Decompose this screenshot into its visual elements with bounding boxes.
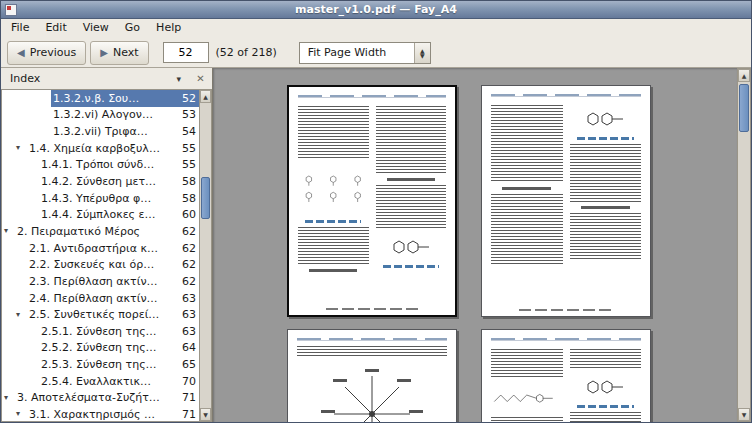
next-arrow-icon: ▶ bbox=[100, 48, 108, 58]
molecule-figure bbox=[570, 104, 642, 134]
page-thumbnail-55[interactable] bbox=[481, 329, 651, 422]
index-item[interactable]: ▾2.5. Συνθετικές πορεί…63 bbox=[2, 306, 199, 323]
index-item-page: 65 bbox=[182, 358, 196, 371]
zoom-spin-buttons[interactable]: ▲ ▼ bbox=[414, 43, 430, 63]
index-item[interactable]: 1.3.2.ν.β. Σου…52 bbox=[2, 90, 199, 107]
index-item[interactable]: 1.3.2.vi) Αλογον…53 bbox=[2, 107, 199, 124]
index-item-page: 62 bbox=[182, 275, 196, 288]
index-item[interactable]: ▾2. Πειραματικό Μέρος62 bbox=[2, 223, 199, 240]
index-item-label: 1.4.3. Υπέρυθρα φ… bbox=[41, 192, 176, 205]
index-item[interactable]: ▾3.1. Χαρακτηρισμός …71 bbox=[2, 406, 199, 422]
index-item-page: 58 bbox=[182, 175, 196, 188]
sidebar-scroll-up-button[interactable]: ▲ bbox=[200, 90, 211, 103]
text-block bbox=[570, 412, 642, 422]
index-item[interactable]: 2.5.3. Σύνθεση της…65 bbox=[2, 356, 199, 373]
menu-help[interactable]: Help bbox=[148, 19, 189, 38]
sidebar-scroll-down-button[interactable]: ▼ bbox=[200, 408, 211, 421]
window-menu-icon[interactable] bbox=[5, 4, 17, 16]
index-item[interactable]: 2.4. Περίθλαση ακτίν…63 bbox=[2, 290, 199, 307]
main-scroll-up-button[interactable]: ▲ bbox=[738, 69, 750, 82]
text-block bbox=[491, 417, 563, 422]
index-item[interactable]: 1.4.2. Σύνθεση μετ…58 bbox=[2, 173, 199, 190]
index-item-page: 60 bbox=[182, 208, 196, 221]
page-footer-text bbox=[519, 309, 613, 311]
zoom-select[interactable]: Fit Page Width ▲ ▼ bbox=[299, 42, 431, 64]
index-item[interactable]: ▾1.4. Χημεία καρβοξυλ…55 bbox=[2, 140, 199, 157]
index-item[interactable]: 2.3. Περίθλαση ακτίν…62 bbox=[2, 273, 199, 290]
expander-icon[interactable]: ▾ bbox=[16, 311, 27, 319]
app-window: master_v1.0.pdf — Fay_A4 File Edit View … bbox=[0, 0, 752, 423]
index-item-page: 53 bbox=[182, 108, 196, 121]
figure-caption bbox=[577, 405, 634, 408]
zoom-value: Fit Page Width bbox=[300, 43, 414, 63]
index-item-label: 2.2. Συσκευές και όρ… bbox=[29, 258, 176, 271]
index-item[interactable]: 1.4.1. Τρόποι σύνδ…55 bbox=[2, 157, 199, 174]
index-item[interactable]: 2.1. Αντιδραστήρια κ…62 bbox=[2, 240, 199, 257]
document-canvas[interactable] bbox=[213, 68, 737, 422]
index-tree: 1.3.2.ν.β. Σου…521.3.2.vi) Αλογον…531.3.… bbox=[1, 89, 199, 422]
molecule-figure bbox=[376, 232, 447, 262]
sidebar-scroll-trough[interactable] bbox=[200, 103, 211, 408]
menubar: File Edit View Go Help bbox=[1, 19, 751, 38]
index-item-label: 2.5.3. Σύνθεση της… bbox=[41, 358, 176, 371]
index-item[interactable]: 1.3.2.vii) Τριφα…54 bbox=[2, 123, 199, 140]
next-button[interactable]: ▶ Next bbox=[90, 41, 148, 65]
index-item[interactable]: 2.2. Συσκευές και όρ…62 bbox=[2, 256, 199, 273]
main-scroll-down-button[interactable]: ▼ bbox=[738, 408, 750, 421]
text-block bbox=[297, 346, 447, 356]
page-column bbox=[570, 102, 642, 267]
page-thumbnail-53[interactable] bbox=[481, 85, 651, 317]
text-block bbox=[376, 185, 447, 229]
equation-line bbox=[581, 206, 630, 209]
previous-arrow-icon: ◀ bbox=[17, 48, 25, 58]
index-item[interactable]: ▾3. Αποτελέσματα-Συζήτ…71 bbox=[2, 390, 199, 407]
index-item-page: 63 bbox=[182, 308, 196, 321]
radial-molecule-figure bbox=[297, 359, 447, 422]
expander-icon[interactable]: ▾ bbox=[16, 410, 27, 418]
menu-view[interactable]: View bbox=[75, 19, 117, 38]
main-scroll-trough[interactable] bbox=[738, 82, 750, 408]
index-item[interactable]: 2.5.2. Σύνθεση της…64 bbox=[2, 340, 199, 357]
page-thumbnail-52[interactable] bbox=[287, 85, 457, 317]
previous-button[interactable]: ◀ Previous bbox=[7, 41, 86, 65]
titlebar[interactable]: master_v1.0.pdf — Fay_A4 bbox=[1, 1, 751, 19]
sidebar-close-button[interactable]: ✕ bbox=[192, 70, 209, 87]
page-header-text bbox=[491, 94, 641, 97]
page-number-input[interactable] bbox=[163, 42, 209, 63]
text-block bbox=[570, 349, 642, 369]
text-block bbox=[376, 106, 447, 174]
index-item-label: 2.5.1. Σύνθεση της… bbox=[41, 325, 176, 338]
menu-go[interactable]: Go bbox=[117, 19, 148, 38]
text-block bbox=[298, 106, 369, 158]
previous-label: Previous bbox=[30, 46, 77, 59]
menu-file[interactable]: File bbox=[3, 19, 37, 38]
index-item-page: 70 bbox=[182, 375, 196, 388]
main-scrollbar[interactable]: ▲ ▼ bbox=[737, 68, 751, 422]
index-item[interactable]: 1.4.4. Σύμπλοκες ε…60 bbox=[2, 206, 199, 223]
expander-icon[interactable]: ▾ bbox=[16, 144, 27, 152]
index-item-label: 2.4. Περίθλαση ακτίν… bbox=[29, 292, 176, 305]
index-item-page: 64 bbox=[182, 341, 196, 354]
page-thumbnail-54[interactable] bbox=[287, 329, 457, 422]
index-item[interactable]: 1.4.3. Υπέρυθρα φ…58 bbox=[2, 190, 199, 207]
index-item-page: 71 bbox=[182, 408, 196, 421]
index-item-label: 1.4.4. Σύμπλοκες ε… bbox=[41, 208, 176, 221]
sidebar-header: Index ▾ ✕ bbox=[1, 68, 212, 89]
index-item-label: 1.4. Χημεία καρβοξυλ… bbox=[29, 142, 176, 155]
sidebar-scrollbar[interactable]: ▲ ▼ bbox=[199, 89, 212, 422]
expander-icon[interactable]: ▾ bbox=[4, 394, 15, 402]
page-columns bbox=[491, 346, 641, 422]
sidebar-title: Index bbox=[10, 72, 176, 85]
expander-icon[interactable]: ▾ bbox=[4, 227, 15, 235]
index-item-page: 52 bbox=[182, 92, 196, 105]
page-columns bbox=[491, 102, 641, 267]
index-item-label: 3.1. Χαρακτηρισμός … bbox=[29, 408, 176, 421]
molecule-figure bbox=[570, 372, 642, 402]
sidebar-view-dropdown[interactable]: Index ▾ bbox=[1, 69, 192, 88]
sidebar-scroll-thumb[interactable] bbox=[201, 177, 210, 219]
index-item-page: 62 bbox=[182, 258, 196, 271]
index-item[interactable]: 2.5.4. Εναλλακτικ…70 bbox=[2, 373, 199, 390]
main-scroll-thumb[interactable] bbox=[739, 84, 749, 132]
menu-edit[interactable]: Edit bbox=[37, 19, 74, 38]
index-item[interactable]: 2.5.1. Σύνθεση της…63 bbox=[2, 323, 199, 340]
